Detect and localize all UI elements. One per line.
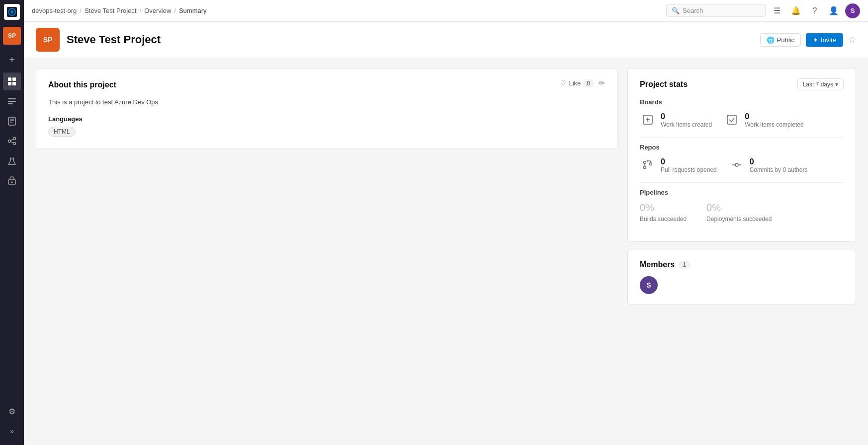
members-title: Members xyxy=(640,260,675,269)
work-items-created-text: 0 Work items created xyxy=(661,112,712,128)
user-avatar[interactable]: S xyxy=(845,3,860,18)
svg-rect-4 xyxy=(12,77,16,81)
search-icon: 🔍 xyxy=(672,7,680,14)
sidebar-rail: SP + ⚙ » xyxy=(0,0,24,445)
svg-rect-10 xyxy=(8,117,15,125)
project-title-row: SP Steve Test Project xyxy=(36,28,161,52)
search-box[interactable]: 🔍 Search xyxy=(666,4,766,17)
breadcrumb-sep2: / xyxy=(140,7,142,14)
stats-panel: Project stats Last 7 days ▾ Boards xyxy=(627,68,856,304)
people-icon[interactable]: 👤 xyxy=(826,3,841,18)
svg-rect-5 xyxy=(8,82,11,85)
svg-point-27 xyxy=(644,161,646,164)
list-icon[interactable]: ☰ xyxy=(770,3,784,18)
repos-stats-row: 0 Pull requests opened 0 Comm xyxy=(640,157,844,173)
breadcrumb-project[interactable]: Steve Test Project xyxy=(85,7,137,14)
sidebar-item-artifacts[interactable] xyxy=(3,172,21,190)
members-count: 1 xyxy=(679,261,690,269)
help-icon[interactable]: ? xyxy=(807,3,822,18)
breadcrumb-org[interactable]: devops-test-org xyxy=(32,7,77,14)
about-title: About this project xyxy=(48,80,116,89)
work-items-completed-stat: 0 Work items completed xyxy=(724,112,803,128)
svg-point-30 xyxy=(735,163,738,166)
sidebar-item-add[interactable]: + xyxy=(3,51,21,69)
project-stats-card: Project stats Last 7 days ▾ Boards xyxy=(627,68,856,242)
sidebar-item-boards[interactable] xyxy=(3,92,21,110)
star-button[interactable]: ☆ xyxy=(848,34,856,45)
pipelines-label: Pipelines xyxy=(640,189,844,196)
sidebar-item-project[interactable]: SP xyxy=(3,27,21,45)
work-items-created-label: Work items created xyxy=(661,121,712,128)
svg-rect-7 xyxy=(8,98,16,99)
boards-section: Boards 0 Work items created xyxy=(640,98,844,128)
svg-rect-26 xyxy=(727,115,736,124)
sidebar-settings-icon[interactable]: ⚙ xyxy=(3,402,21,420)
svg-point-16 xyxy=(13,143,16,145)
svg-rect-8 xyxy=(8,101,16,102)
svg-rect-3 xyxy=(8,77,11,81)
breadcrumb-sep1: / xyxy=(80,7,82,14)
topbar-right-icons: 🔍 Search ☰ 🔔 ? 👤 S xyxy=(666,3,860,18)
body-row: About this project ♡ Like 0 ✏ This is a … xyxy=(24,58,868,314)
work-items-completed-icon xyxy=(724,112,740,128)
sidebar-item-repos[interactable] xyxy=(3,112,21,130)
boards-label: Boards xyxy=(640,98,844,106)
builds-percent: 0% xyxy=(640,202,687,214)
sidebar-item-overview[interactable] xyxy=(3,73,21,90)
divider-1 xyxy=(640,137,844,138)
work-items-completed-label: Work items completed xyxy=(745,121,803,128)
stats-card-header: Project stats Last 7 days ▾ xyxy=(640,78,844,90)
edit-button[interactable]: ✏ xyxy=(599,78,605,88)
invite-icon: ✦ xyxy=(813,36,818,44)
project-avatar: SP xyxy=(36,28,60,52)
about-actions: ♡ Like 0 ✏ xyxy=(560,78,605,88)
commits-text: 0 Commits by 0 authors xyxy=(750,157,808,173)
project-header-actions: 🌐 Public ✦ Invite ☆ xyxy=(760,33,857,47)
pull-requests-text: 0 Pull requests opened xyxy=(661,157,717,173)
work-items-completed-count: 0 xyxy=(745,112,803,121)
breadcrumb-section[interactable]: Overview xyxy=(144,7,171,14)
languages-label: Languages xyxy=(48,115,605,123)
members-card: Members 1 S xyxy=(627,250,856,304)
date-filter-dropdown[interactable]: Last 7 days ▾ xyxy=(797,78,844,90)
commits-icon xyxy=(729,157,745,173)
like-button[interactable]: ♡ Like 0 xyxy=(560,79,594,87)
project-header: SP Steve Test Project 🌐 Public ✦ Invite … xyxy=(24,22,868,58)
search-placeholder-text: Search xyxy=(683,7,703,14)
work-items-completed-text: 0 Work items completed xyxy=(745,112,803,128)
svg-point-28 xyxy=(644,166,646,169)
pull-requests-count: 0 xyxy=(661,157,717,166)
boards-stats-row: 0 Work items created 0 Work i xyxy=(640,112,844,128)
heart-icon: ♡ xyxy=(560,79,566,87)
sidebar-item-pipelines[interactable] xyxy=(3,132,21,150)
sidebar-item-test[interactable] xyxy=(3,152,21,170)
breadcrumb: devops-test-org / Steve Test Project / O… xyxy=(32,7,666,14)
work-items-created-stat: 0 Work items created xyxy=(640,112,712,128)
builds-label: Builds succeeded xyxy=(640,216,687,222)
about-card: About this project ♡ Like 0 ✏ This is a … xyxy=(36,68,617,149)
app-logo[interactable] xyxy=(4,4,20,20)
svg-point-2 xyxy=(10,10,13,13)
project-name: Steve Test Project xyxy=(67,33,161,46)
stats-title: Project stats xyxy=(640,80,688,89)
pull-requests-icon xyxy=(640,157,656,173)
svg-point-15 xyxy=(13,138,16,140)
svg-point-14 xyxy=(8,140,11,143)
notifications-icon[interactable]: 🔔 xyxy=(788,3,803,18)
sidebar-expand-icon[interactable]: » xyxy=(3,422,21,440)
like-label: Like xyxy=(569,79,581,87)
about-description: This is a project to test Azure Dev Ops xyxy=(48,97,605,107)
divider-2 xyxy=(640,182,844,183)
language-tag-html: HTML xyxy=(48,127,76,137)
pipeline-row: 0% Builds succeeded 0% Deployments succe… xyxy=(640,202,844,222)
pull-requests-stat: 0 Pull requests opened xyxy=(640,157,717,173)
main-container: devops-test-org / Steve Test Project / O… xyxy=(24,0,868,445)
svg-line-17 xyxy=(11,139,13,141)
member-avatar-s[interactable]: S xyxy=(640,276,658,294)
repos-section: Repos 0 Pull requests opened xyxy=(640,144,844,173)
invite-label: Invite xyxy=(821,36,836,44)
visibility-button[interactable]: 🌐 Public xyxy=(760,33,801,47)
deployments-pipeline-item: 0% Deployments succeeded xyxy=(706,202,772,222)
invite-button[interactable]: ✦ Invite xyxy=(806,33,843,47)
svg-line-18 xyxy=(11,142,13,143)
